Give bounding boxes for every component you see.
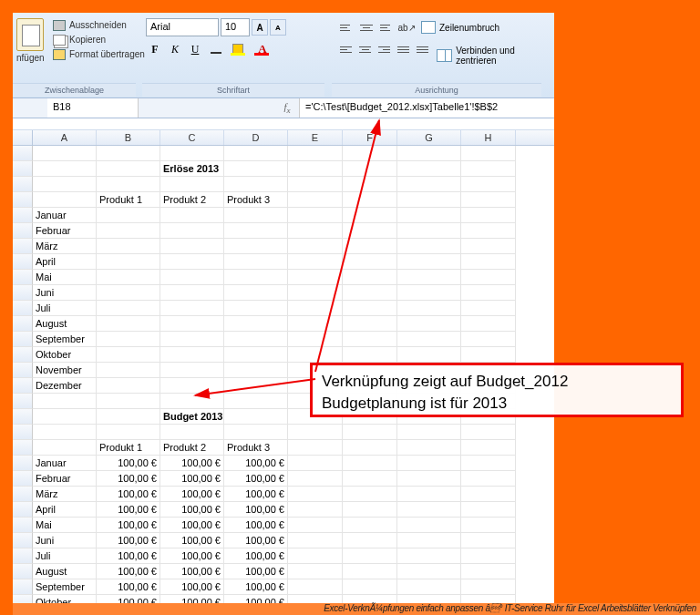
cell[interactable]: 100,00 €	[97, 518, 160, 533]
cell[interactable]	[288, 301, 343, 316]
cell[interactable]	[461, 332, 516, 347]
cell[interactable]: 100,00 €	[160, 471, 224, 487]
row-header[interactable]	[13, 394, 33, 409]
row-header[interactable]	[13, 487, 33, 502]
cell[interactable]	[224, 146, 288, 161]
col-header[interactable]: E	[288, 130, 343, 145]
cell[interactable]	[343, 595, 397, 603]
cell[interactable]	[397, 332, 461, 347]
cell[interactable]	[97, 347, 160, 363]
cell[interactable]: Februar	[33, 471, 97, 487]
cell[interactable]	[288, 270, 343, 285]
cell[interactable]	[97, 146, 160, 161]
cell[interactable]: 100,00 €	[224, 518, 288, 533]
cell[interactable]	[461, 502, 516, 518]
cell[interactable]	[461, 425, 516, 440]
cell[interactable]: Budget 2013	[160, 409, 224, 425]
cell[interactable]: Juli	[33, 548, 97, 564]
cell[interactable]	[397, 518, 461, 533]
cell[interactable]	[33, 192, 97, 208]
cell[interactable]	[224, 316, 288, 332]
cell[interactable]	[288, 579, 343, 595]
cell[interactable]: März	[33, 487, 97, 502]
cell[interactable]	[33, 161, 97, 177]
cell[interactable]	[461, 254, 516, 270]
row-header[interactable]	[13, 239, 33, 254]
cell[interactable]	[97, 332, 160, 347]
cut-button[interactable]: Ausschneiden	[53, 18, 145, 33]
row-header[interactable]	[13, 270, 33, 285]
cell[interactable]	[343, 548, 397, 564]
row-header[interactable]	[13, 223, 33, 239]
cell[interactable]	[461, 564, 516, 579]
cell[interactable]	[288, 564, 343, 579]
row-header[interactable]	[13, 548, 33, 564]
cell[interactable]	[461, 487, 516, 502]
italic-button[interactable]: K	[166, 40, 184, 58]
cell[interactable]: 100,00 €	[160, 487, 224, 502]
cell[interactable]: Produkt 1	[97, 192, 160, 208]
indent-dec-button[interactable]	[395, 40, 412, 58]
cell[interactable]: Produkt 2	[160, 440, 224, 456]
cell[interactable]	[343, 487, 397, 502]
cell[interactable]	[343, 161, 397, 177]
col-header[interactable]: F	[343, 130, 397, 145]
cell[interactable]	[397, 347, 461, 363]
row-header[interactable]	[13, 440, 33, 456]
cell[interactable]: 100,00 €	[224, 533, 288, 548]
col-header[interactable]: H	[461, 130, 516, 145]
cell[interactable]	[343, 471, 397, 487]
row-header[interactable]	[13, 595, 33, 603]
cell[interactable]	[288, 456, 343, 471]
cell[interactable]: 100,00 €	[160, 533, 224, 548]
cell[interactable]	[160, 316, 224, 332]
cell[interactable]	[343, 239, 397, 254]
row-header[interactable]	[13, 254, 33, 270]
cell[interactable]	[97, 270, 160, 285]
cell[interactable]: November	[33, 363, 97, 378]
cell[interactable]	[461, 177, 516, 192]
cell[interactable]: Juli	[33, 301, 97, 316]
cell[interactable]	[160, 332, 224, 347]
cell[interactable]	[343, 579, 397, 595]
cell[interactable]	[288, 595, 343, 603]
cell[interactable]	[160, 301, 224, 316]
cell[interactable]	[97, 223, 160, 239]
cell[interactable]: Juni	[33, 533, 97, 548]
wrap-text-button[interactable]: Zeilenumbruch	[417, 18, 503, 36]
row-header[interactable]	[13, 378, 33, 394]
cell[interactable]	[97, 177, 160, 192]
fill-color-button[interactable]	[228, 40, 250, 58]
cell[interactable]: 100,00 €	[224, 487, 288, 502]
cell[interactable]	[224, 177, 288, 192]
cell[interactable]	[461, 146, 516, 161]
cell[interactable]	[461, 440, 516, 456]
align-center-button[interactable]	[356, 40, 374, 58]
cell[interactable]	[288, 161, 343, 177]
cell[interactable]	[397, 285, 461, 301]
cell[interactable]: 100,00 €	[224, 595, 288, 603]
align-bottom-button[interactable]	[377, 18, 396, 36]
cell[interactable]	[397, 548, 461, 564]
cell[interactable]	[224, 301, 288, 316]
cell[interactable]	[397, 595, 461, 603]
cell[interactable]	[160, 177, 224, 192]
cell[interactable]	[397, 533, 461, 548]
cell[interactable]	[397, 239, 461, 254]
cell[interactable]	[288, 285, 343, 301]
cell[interactable]	[224, 425, 288, 440]
copy-button[interactable]: Kopieren	[53, 33, 145, 47]
cell[interactable]	[224, 394, 288, 409]
cell[interactable]: 100,00 €	[97, 456, 160, 471]
cell[interactable]	[224, 223, 288, 239]
cell[interactable]	[288, 533, 343, 548]
cell[interactable]	[461, 285, 516, 301]
cell[interactable]	[343, 533, 397, 548]
cell[interactable]	[97, 378, 160, 394]
cell[interactable]	[461, 548, 516, 564]
border-button[interactable]	[206, 40, 226, 58]
cell[interactable]	[224, 161, 288, 177]
cell[interactable]: Oktober	[33, 595, 97, 603]
cell[interactable]: Erlöse 2013	[160, 161, 224, 177]
paste-button[interactable]: nfügen	[16, 18, 45, 63]
